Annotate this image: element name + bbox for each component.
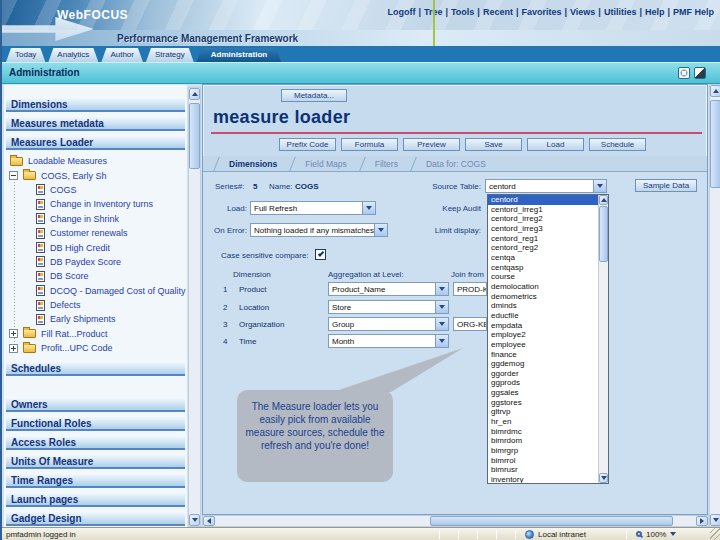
chevron-down-icon[interactable]	[435, 318, 448, 330]
link-help[interactable]: Help	[645, 7, 665, 17]
sidebar-item-measures-loader[interactable]: Measures Loader	[6, 135, 185, 150]
dropdown-option[interactable]: bimrgrp	[488, 446, 598, 456]
case-sensitive-checkbox[interactable]	[315, 249, 326, 260]
load-select[interactable]: Full Refresh	[250, 201, 376, 215]
scroll-down-icon[interactable]	[599, 473, 608, 483]
scroll-right-icon[interactable]	[696, 516, 708, 526]
dropdown-option[interactable]: centqasp	[488, 263, 598, 273]
dropdown-option[interactable]: finance	[488, 350, 598, 360]
dropdown-option[interactable]: centord_reg1	[488, 234, 598, 244]
dropdown-option[interactable]: centord_irreg3	[488, 224, 598, 234]
aggregation-select-location[interactable]: Store	[328, 300, 449, 314]
aggregation-select-product[interactable]: Product_Name	[328, 282, 449, 296]
tab-field-maps[interactable]: Field Maps	[289, 156, 359, 171]
tree-item-loadable-measures[interactable]: Loadable Measures	[28, 156, 107, 166]
scrollbar-thumb[interactable]	[710, 100, 720, 188]
dropdown-option[interactable]: bimrdom	[488, 436, 598, 446]
tab-author[interactable]: Author	[101, 48, 143, 62]
main-scrollbar-vertical[interactable]	[709, 84, 720, 527]
tab-today[interactable]: Today	[6, 48, 45, 62]
tab-analytics[interactable]: Analytics	[48, 48, 98, 62]
scrollbar-thumb[interactable]	[189, 103, 200, 169]
scroll-left-icon[interactable]	[203, 516, 215, 526]
scroll-up-icon[interactable]	[710, 85, 720, 97]
dropdown-option[interactable]: centqa	[488, 253, 598, 263]
sidebar-item-time-ranges[interactable]: Time Ranges	[6, 473, 185, 488]
save-button[interactable]: Save	[465, 138, 522, 151]
tree-item-measure[interactable]: Defects	[50, 300, 81, 310]
expand-icon[interactable]	[9, 329, 18, 338]
prefix-code-button[interactable]: Prefix Code	[279, 138, 336, 151]
dropdown-option[interactable]: centord_reg2	[488, 243, 598, 253]
sample-data-button[interactable]: Sample Data	[635, 179, 697, 192]
collapse-icon[interactable]	[9, 171, 18, 180]
tab-dimensions[interactable]: Dimensions	[213, 156, 289, 171]
link-views[interactable]: Views	[570, 7, 595, 17]
link-pmf-help[interactable]: PMF Help	[673, 7, 714, 17]
formula-button[interactable]: Formula	[341, 138, 398, 151]
sidebar-scrollbar[interactable]	[188, 87, 201, 527]
tree-item-profit[interactable]: Profit...UPC Code	[41, 343, 113, 353]
tab-filters[interactable]: Filters	[359, 156, 410, 171]
sidebar-item-measures-metadata[interactable]: Measures metadata	[6, 116, 185, 131]
dropdown-option[interactable]: empdata	[488, 321, 598, 331]
link-tools[interactable]: Tools	[451, 7, 474, 17]
chevron-down-icon[interactable]	[374, 224, 387, 236]
link-utilities[interactable]: Utilities	[604, 7, 637, 17]
chevron-down-icon[interactable]	[435, 283, 448, 295]
chevron-down-icon[interactable]	[670, 532, 676, 536]
link-favorites[interactable]: Favorites	[521, 7, 561, 17]
zoom-control[interactable]: 100%	[636, 530, 708, 539]
tree-item-measure[interactable]: DB Paydex Score	[50, 257, 121, 267]
tree-item-measure[interactable]: DCOQ - Damaged Cost of Quality	[50, 286, 186, 296]
metadata-button[interactable]: Metadata...	[281, 89, 347, 102]
chevron-down-icon[interactable]	[362, 202, 375, 214]
sidebar-item-functional-roles[interactable]: Functional Roles	[6, 416, 185, 431]
expand-icon[interactable]	[9, 344, 18, 353]
tab-data-for-cogs[interactable]: Data for: COGS	[410, 156, 498, 171]
dropdown-option[interactable]: ggorder	[488, 369, 598, 379]
dropdown-option[interactable]: centord_irreg2	[488, 214, 598, 224]
scroll-down-icon[interactable]	[710, 514, 720, 526]
dropdown-option[interactable]: employe2	[488, 330, 598, 340]
dropdown-option[interactable]: centord	[488, 195, 598, 205]
scrollbar-thumb[interactable]	[430, 516, 672, 526]
main-scrollbar-horizontal[interactable]	[202, 515, 709, 527]
join-from-input-product[interactable]: PROD-KE	[453, 282, 487, 296]
dropdown-option[interactable]: employee	[488, 340, 598, 350]
sidebar-item-schedules[interactable]: Schedules	[6, 361, 185, 376]
tree-item-measure[interactable]: COGS	[50, 185, 77, 195]
tree-item-cogs-group[interactable]: COGS, Early Sh	[41, 171, 107, 181]
scroll-up-icon[interactable]	[599, 195, 608, 205]
tree-item-measure[interactable]: Early Shipments	[50, 314, 116, 324]
dropdown-option[interactable]: ggprods	[488, 378, 598, 388]
dropdown-option[interactable]: ggsales	[488, 388, 598, 398]
dropdown-option[interactable]: demolocation	[488, 282, 598, 292]
sidebar-item-dimensions[interactable]: Dimensions	[6, 97, 185, 112]
dropdown-option[interactable]: ggstores	[488, 398, 598, 408]
chevron-down-icon[interactable]	[435, 301, 448, 313]
aggregation-select-organization[interactable]: Group	[328, 317, 449, 331]
sidebar-item-owners[interactable]: Owners	[6, 397, 185, 412]
tree-item-measure[interactable]: DB Score	[50, 271, 89, 281]
dropdown-option[interactable]: ggdemog	[488, 359, 598, 369]
source-table-select[interactable]: centord	[485, 179, 607, 193]
join-from-input-organization[interactable]: ORG-KE	[453, 317, 487, 331]
dropdown-option[interactable]: educfile	[488, 311, 598, 321]
schedule-button[interactable]: Schedule	[589, 138, 646, 151]
dropdown-option[interactable]: dminds	[488, 301, 598, 311]
dropdown-option[interactable]: centord_irreg1	[488, 205, 598, 215]
dropdown-option[interactable]: demometrics	[488, 292, 598, 302]
dropdown-option[interactable]: inventory	[488, 475, 598, 483]
dropdown-option[interactable]: course	[488, 272, 598, 282]
refresh-icon[interactable]	[678, 67, 690, 79]
link-recent[interactable]: Recent	[483, 7, 513, 17]
tree-item-measure[interactable]: Change in Inventory turns	[50, 199, 153, 209]
scrollbar-thumb[interactable]	[599, 206, 608, 262]
preview-button[interactable]: Preview	[403, 138, 460, 151]
dropdown-option[interactable]: hr_en	[488, 417, 598, 427]
tab-administration[interactable]: Administration	[197, 48, 281, 62]
dropdown-option[interactable]: bimrdmc	[488, 427, 598, 437]
on-error-select[interactable]: Nothing loaded if any mismatches	[250, 223, 388, 237]
sidebar-item-launch-pages[interactable]: Launch pages	[6, 492, 185, 507]
